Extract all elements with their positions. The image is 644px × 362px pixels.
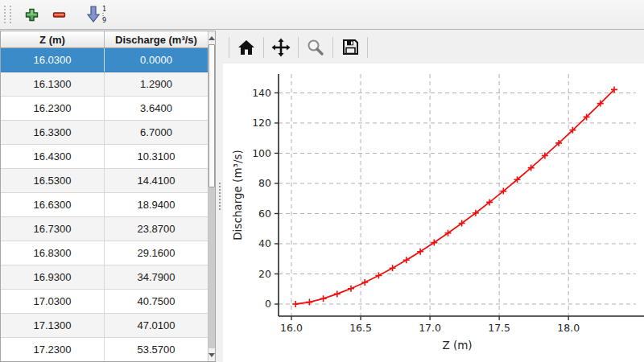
- column-header-discharge[interactable]: Discharge (m³/s): [105, 31, 208, 48]
- x-axis-label: Z (m): [442, 339, 472, 352]
- application-window: { "window": { "background": "#f0f0f0", "…: [0, 0, 644, 362]
- table-cell[interactable]: 53.5700: [105, 338, 208, 362]
- pan-button[interactable]: [270, 35, 292, 60]
- chart-canvas[interactable]: 16.016.517.017.518.0020406080100120140Z …: [223, 64, 644, 362]
- table-cell[interactable]: 16.9300: [1, 265, 105, 290]
- table-row[interactable]: 16.23003.6400: [1, 97, 208, 121]
- table-row[interactable]: 16.730023.8700: [1, 217, 208, 241]
- y-axis-label: Discharge (m³/s): [231, 150, 244, 241]
- table-cell[interactable]: 17.2300: [1, 338, 105, 362]
- column-header-z[interactable]: Z (m): [1, 31, 105, 48]
- table-cell[interactable]: 6.7000: [105, 121, 208, 145]
- scroll-down-icon: [208, 353, 215, 357]
- table-cell[interactable]: 17.0300: [1, 290, 105, 314]
- splitter-grip-icon: [219, 183, 221, 210]
- y-tick-label: 60: [258, 208, 271, 220]
- table-cell[interactable]: 1.2900: [105, 72, 208, 97]
- rating-table-body: 16.03000.000016.13001.290016.23003.64001…: [1, 48, 208, 362]
- sort-ascending-icon: 1 9: [85, 5, 109, 24]
- y-tick-label: 80: [258, 177, 271, 189]
- table-cell[interactable]: 16.8300: [1, 241, 105, 265]
- data-line: [295, 89, 614, 304]
- table-cell[interactable]: 40.7500: [105, 290, 208, 314]
- chart-figure: 16.016.517.017.518.0020406080100120140Z …: [223, 64, 644, 362]
- table-row[interactable]: 16.03000.0000: [1, 48, 208, 72]
- table-cell[interactable]: 3.6400: [105, 97, 208, 121]
- toolbar-separator: [263, 37, 264, 58]
- toolbar-drag-handle[interactable]: [4, 6, 11, 23]
- table-cell[interactable]: 17.1300: [1, 314, 105, 338]
- rating-table-panel: Z (m) Discharge (m³/s) 16.03000.000016.1…: [0, 31, 216, 362]
- toolbar-separator: [332, 37, 333, 58]
- toolbar-separator: [367, 37, 368, 58]
- y-tick-label: 120: [252, 117, 271, 129]
- table-row[interactable]: 17.030040.7500: [1, 290, 208, 314]
- minus-icon: [52, 7, 67, 23]
- x-tick-label: 17.0: [419, 322, 441, 334]
- table-row[interactable]: 16.33006.7000: [1, 121, 208, 145]
- y-tick-label: 40: [258, 237, 271, 249]
- panel-splitter[interactable]: [216, 31, 223, 362]
- home-view-button[interactable]: [235, 35, 258, 60]
- toolbar-separator: [298, 37, 299, 58]
- table-cell[interactable]: 16.6300: [1, 193, 105, 217]
- y-tick-label: 140: [252, 87, 271, 99]
- scroll-down-button[interactable]: [208, 348, 215, 361]
- chart-toolbar: [223, 31, 644, 64]
- y-tick-label: 100: [252, 147, 271, 159]
- scroll-up-icon: [208, 36, 215, 40]
- table-row[interactable]: 16.530014.4100: [1, 169, 208, 193]
- table-row[interactable]: 16.830029.1600: [1, 241, 208, 265]
- scrollbar-thumb[interactable]: [208, 44, 215, 187]
- table-cell[interactable]: 47.0100: [105, 314, 208, 338]
- table-cell[interactable]: 23.8700: [105, 217, 208, 241]
- table-row[interactable]: 16.430010.3100: [1, 145, 208, 169]
- y-tick-label: 0: [265, 298, 271, 310]
- sort-badge-top: 1: [102, 6, 106, 13]
- table-header-row: Z (m) Discharge (m³/s): [1, 31, 208, 48]
- table-cell[interactable]: 10.3100: [105, 145, 208, 169]
- vertical-scrollbar[interactable]: [208, 31, 215, 361]
- y-tick-label: 20: [258, 268, 271, 280]
- table-cell[interactable]: 16.3300: [1, 121, 105, 145]
- toolbar-separator: [229, 37, 229, 58]
- table-cell[interactable]: 14.4100: [105, 169, 208, 193]
- table-cell[interactable]: 16.1300: [1, 72, 105, 97]
- table-cell[interactable]: 18.9400: [105, 193, 208, 217]
- table-cell[interactable]: 34.7900: [105, 265, 208, 290]
- pan-icon: [271, 38, 291, 57]
- save-figure-button[interactable]: [339, 35, 361, 60]
- x-tick-label: 16.0: [280, 322, 303, 334]
- table-cell[interactable]: 16.5300: [1, 169, 105, 193]
- scrollbar-track[interactable]: [208, 44, 215, 348]
- rating-table: Z (m) Discharge (m³/s) 16.03000.000016.1…: [1, 31, 208, 361]
- table-cell[interactable]: 0.0000: [105, 48, 208, 72]
- table-row[interactable]: 17.230053.5700: [1, 338, 208, 362]
- x-tick-label: 17.5: [488, 322, 510, 334]
- table-cell[interactable]: 16.2300: [1, 97, 105, 121]
- home-icon: [237, 39, 255, 56]
- table-cell[interactable]: 16.4300: [1, 145, 105, 169]
- scroll-up-button[interactable]: [208, 31, 215, 44]
- x-tick-label: 16.5: [349, 322, 372, 334]
- plus-icon: [24, 7, 39, 23]
- table-cell[interactable]: 29.1600: [105, 241, 208, 265]
- add-row-button[interactable]: [19, 3, 43, 26]
- table-row[interactable]: 16.630018.9400: [1, 193, 208, 217]
- x-tick-label: 18.0: [557, 322, 580, 334]
- sort-ascending-button[interactable]: 1 9: [82, 3, 111, 26]
- main-toolbar: 1 9: [0, 0, 644, 30]
- zoom-icon: [307, 39, 324, 56]
- table-row[interactable]: 16.930034.7900: [1, 265, 208, 290]
- remove-row-button[interactable]: [47, 3, 71, 26]
- table-cell[interactable]: 16.7300: [1, 217, 105, 241]
- table-cell[interactable]: 16.0300: [1, 48, 105, 72]
- table-row[interactable]: 17.130047.0100: [1, 314, 208, 338]
- zoom-rect-button[interactable]: [304, 35, 327, 60]
- save-icon: [342, 39, 359, 56]
- table-row[interactable]: 16.13001.2900: [1, 72, 208, 97]
